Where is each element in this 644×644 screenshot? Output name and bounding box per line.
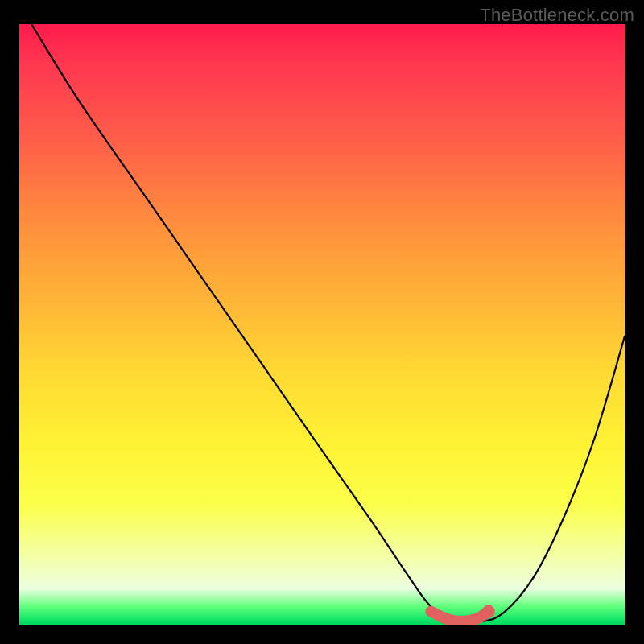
plot-area (19, 24, 625, 625)
watermark-text: TheBottleneck.com (480, 5, 634, 26)
chart-svg (19, 24, 625, 625)
chart-container: TheBottleneck.com (0, 0, 644, 644)
optimal-end-dot (482, 605, 495, 618)
optimal-range-path (431, 612, 488, 622)
bottleneck-curve-path (31, 24, 625, 623)
